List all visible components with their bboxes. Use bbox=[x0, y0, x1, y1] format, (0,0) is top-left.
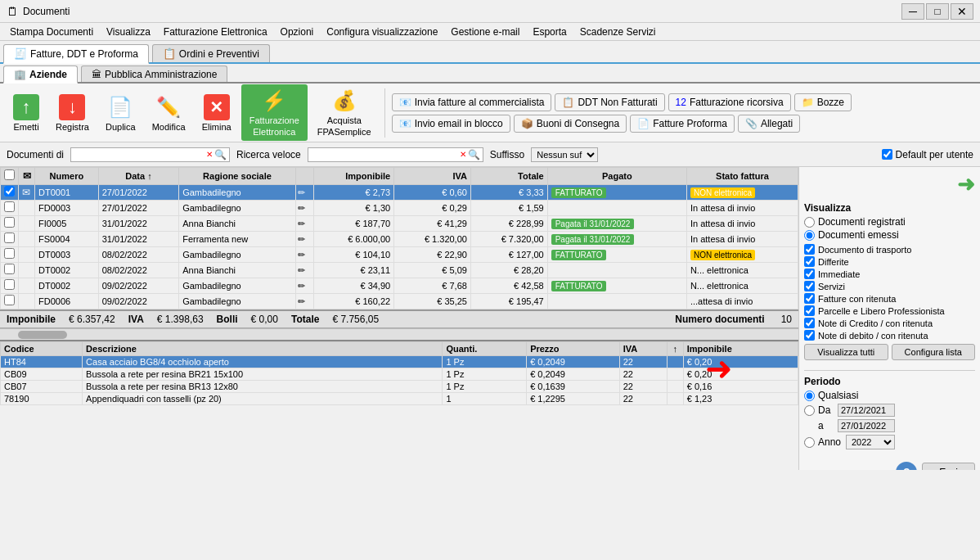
radio-documenti-registrati[interactable]: Documenti registrati bbox=[804, 216, 975, 228]
table-row[interactable]: FI0005 31/01/2022 Anna Bianchi ✏ € 187,7… bbox=[1, 216, 798, 232]
radio-da-input[interactable] bbox=[804, 405, 815, 416]
tab-fatture[interactable]: 🧾 Fatture, DDT e Proforma bbox=[3, 44, 149, 64]
visualizza-tutti-button[interactable]: Visualizza tutti bbox=[804, 344, 888, 360]
periodo-da-input[interactable] bbox=[838, 404, 895, 417]
menu-esporta[interactable]: Esporta bbox=[526, 25, 573, 39]
cell-edit-icon[interactable]: ✏ bbox=[295, 263, 313, 278]
documenti-di-input[interactable] bbox=[74, 149, 205, 160]
col-header-ragione[interactable]: Ragione sociale bbox=[179, 168, 296, 185]
row-check[interactable] bbox=[4, 279, 15, 290]
bozze-button[interactable]: 📁 Bozze bbox=[794, 93, 852, 111]
col-header-imponibile[interactable]: Imponibile bbox=[313, 168, 393, 185]
cell-edit-icon[interactable]: ✏ bbox=[295, 232, 313, 247]
elimina-button[interactable]: ✕ Elimina bbox=[196, 91, 238, 135]
menu-opzioni[interactable]: Opzioni bbox=[274, 25, 321, 39]
cell-edit-icon[interactable]: ✏ bbox=[295, 294, 313, 309]
allegati-button[interactable]: 📎 Allegati bbox=[738, 115, 800, 133]
modifica-button[interactable]: ✏️ Modifica bbox=[146, 91, 192, 135]
menu-configura[interactable]: Configura visualizzazione bbox=[320, 25, 444, 39]
ricerca-clear-icon[interactable]: ✕ bbox=[460, 150, 466, 159]
row-check[interactable] bbox=[4, 186, 15, 196]
documenti-di-search-icon[interactable]: 🔍 bbox=[214, 149, 227, 160]
list-item[interactable]: 78190 Appendiquadri con tasselli (pz 20)… bbox=[1, 393, 798, 405]
row-check[interactable] bbox=[4, 248, 15, 259]
buoni-consegna-button[interactable]: 📦 Buoni di Consegna bbox=[514, 115, 627, 133]
ddt-non-fatturati-button[interactable]: 📋 DDT Non Fatturati bbox=[555, 93, 664, 111]
periodo-a-input[interactable] bbox=[838, 419, 895, 432]
radio-emessi-input[interactable] bbox=[804, 230, 815, 241]
row-check[interactable] bbox=[4, 264, 15, 274]
checkbox-note-debito[interactable]: Note di debito / con ritenuta bbox=[804, 330, 975, 341]
table-row[interactable]: ✉ DT0001 27/01/2022 Gambadilegno ✏ € 2,7… bbox=[1, 185, 798, 201]
acquista-button[interactable]: 💰 AcquistaFPASemplice bbox=[311, 84, 378, 140]
radio-registrati-input[interactable] bbox=[804, 217, 815, 228]
menu-fatturazione[interactable]: Fatturazione Elettronica bbox=[157, 25, 274, 39]
table-row[interactable]: FD0006 09/02/2022 Gambadilegno ✏ € 160,2… bbox=[1, 294, 798, 309]
radio-documenti-emessi[interactable]: Documenti emessi bbox=[804, 229, 975, 241]
checkbox-fatture-ritenuta[interactable]: Fatture con ritenuta bbox=[804, 293, 975, 304]
checkbox-immediate[interactable]: Immediate bbox=[804, 269, 975, 279]
cell-edit-icon[interactable]: ✏ bbox=[295, 201, 313, 216]
minimize-button[interactable]: ─ bbox=[901, 3, 924, 20]
col-header-data[interactable]: Data ↑ bbox=[98, 168, 178, 185]
menu-visualizza[interactable]: Visualizza bbox=[100, 25, 157, 39]
cell-edit-icon[interactable]: ✏ bbox=[295, 185, 313, 201]
checkbox-parcelle[interactable]: Parcelle e Libero Professionista bbox=[804, 305, 975, 316]
default-utente-checkbox[interactable] bbox=[882, 149, 892, 160]
fatturazione-ricorsiva-button[interactable]: 12 Fatturazione ricorsiva bbox=[668, 93, 791, 111]
fatture-proforma-button[interactable]: 📄 Fatture Proforma bbox=[630, 115, 735, 133]
h-scrollbar[interactable] bbox=[0, 328, 798, 340]
anno-select[interactable]: 2022 bbox=[846, 435, 895, 449]
select-all-checkbox[interactable] bbox=[4, 169, 15, 180]
list-item[interactable]: HT84 Casa acciaio BG8/4 occhiolo aperto … bbox=[1, 356, 798, 368]
radio-qualsiasi-input[interactable] bbox=[804, 391, 815, 401]
table-row[interactable]: FD0003 27/01/2022 Gambadilegno ✏ € 1,30 … bbox=[1, 201, 798, 216]
list-item[interactable]: CB07 Bussola a rete per resina BR13 12x8… bbox=[1, 381, 798, 393]
checkbox-doc-trasporto[interactable]: Documento di trasporto bbox=[804, 244, 975, 255]
invia-fatture-button[interactable]: 📧 Invia fatture al commercialista bbox=[392, 93, 552, 111]
col-header-iva[interactable]: IVA bbox=[394, 168, 471, 185]
esci-button[interactable]: Esci bbox=[922, 463, 975, 470]
suffisso-select[interactable]: Nessun suf bbox=[531, 147, 598, 162]
row-check[interactable] bbox=[4, 217, 15, 228]
tab-ordini[interactable]: 📋 Ordini e Preventivi bbox=[152, 44, 270, 62]
help-button[interactable]: ? bbox=[896, 462, 917, 470]
col-header-pagato[interactable]: Pagato bbox=[547, 168, 686, 185]
cell-edit-icon[interactable]: ✏ bbox=[295, 216, 313, 232]
cell-edit-icon[interactable]: ✏ bbox=[295, 247, 313, 263]
row-check[interactable] bbox=[4, 233, 15, 243]
radio-anno-input[interactable] bbox=[804, 437, 815, 448]
col-header-numero[interactable]: Numero bbox=[35, 168, 99, 185]
configura-lista-button[interactable]: Configura lista bbox=[892, 344, 976, 360]
table-row[interactable]: DT0002 08/02/2022 Anna Bianchi ✏ € 23,11… bbox=[1, 263, 798, 278]
tab-aziende[interactable]: 🏢 Aziende bbox=[3, 65, 78, 84]
main-table-scroll[interactable]: ✉ Numero Data ↑ Ragione sociale Imponibi… bbox=[0, 167, 798, 309]
duplica-button[interactable]: 📄 Duplica bbox=[99, 91, 142, 135]
table-row[interactable]: DT0002 09/02/2022 Gambadilegno ✏ € 34,90… bbox=[1, 278, 798, 294]
tab-pubblica-amm[interactable]: 🏛 Pubblica Amministrazione bbox=[81, 65, 227, 82]
table-row[interactable]: DT0003 08/02/2022 Gambadilegno ✏ € 104,1… bbox=[1, 247, 798, 263]
checkbox-note-credito[interactable]: Note di Credito / con ritenuta bbox=[804, 318, 975, 328]
maximize-button[interactable]: □ bbox=[926, 3, 949, 20]
menu-gestione-email[interactable]: Gestione e-mail bbox=[444, 25, 526, 39]
radio-da[interactable]: Da bbox=[804, 404, 975, 417]
radio-anno[interactable]: Anno 2022 bbox=[804, 435, 975, 449]
menu-scadenze[interactable]: Scadenze Servizi bbox=[573, 25, 663, 39]
cell-edit-icon[interactable]: ✏ bbox=[295, 278, 313, 294]
col-header-stato[interactable]: Stato fattura bbox=[686, 168, 798, 185]
ricerca-search-icon[interactable]: 🔍 bbox=[468, 149, 480, 160]
row-check[interactable] bbox=[4, 201, 15, 212]
col-header-totale[interactable]: Totale bbox=[470, 168, 547, 185]
bot-col-sort[interactable]: ↑ bbox=[667, 342, 683, 356]
emetti-button[interactable]: ↑ Emetti bbox=[7, 91, 46, 135]
fatturazione-elettronica-button[interactable]: ⚡ FatturazioneElettronica bbox=[241, 84, 308, 140]
table-row[interactable]: FS0004 31/01/2022 Ferramenta new ✏ € 6.0… bbox=[1, 232, 798, 247]
close-button[interactable]: ✕ bbox=[951, 3, 973, 20]
row-check[interactable] bbox=[4, 295, 15, 305]
ricerca-veloce-input[interactable] bbox=[311, 149, 458, 160]
checkbox-servizi[interactable]: Servizi bbox=[804, 281, 975, 291]
radio-qualsiasi[interactable]: Qualsiasi bbox=[804, 390, 975, 401]
invio-email-button[interactable]: 📧 Invio email in blocco bbox=[392, 115, 510, 133]
menu-stampa[interactable]: Stampa Documenti bbox=[3, 25, 100, 39]
list-item[interactable]: CB09 Bussola a rete per resina BR21 15x1… bbox=[1, 368, 798, 381]
